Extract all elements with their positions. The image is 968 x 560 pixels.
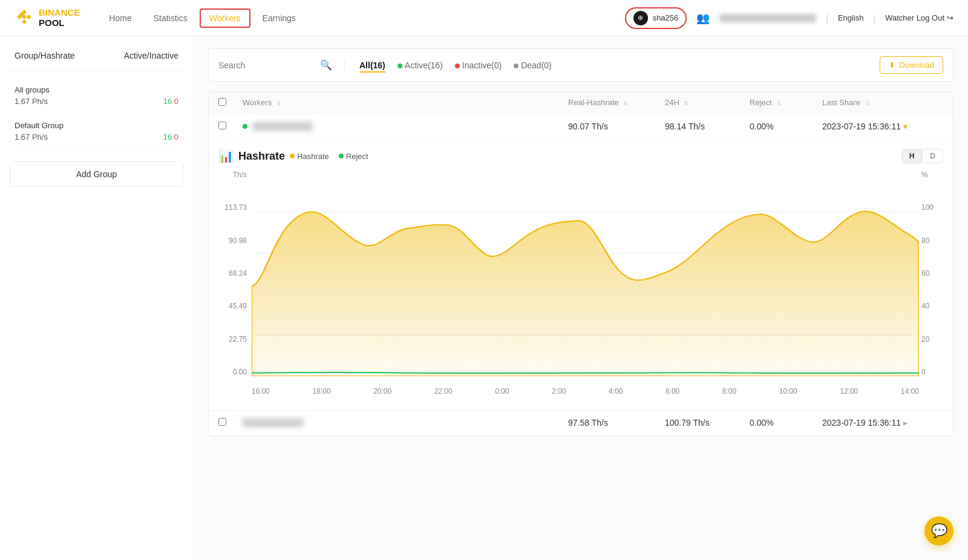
filter-bar: 🔍 All(16) Active(16) Inactive(0) Dead(0): [208, 48, 953, 82]
h24-col-header[interactable]: 24H ⇅: [665, 98, 750, 108]
row2-checkbox[interactable]: [218, 418, 243, 428]
chart-y-axis-right: % 100 80 60 40 20 0: [919, 171, 943, 376]
legend-reject-dot: [339, 154, 344, 158]
chart-title: Hashrate: [238, 150, 285, 163]
tab-inactive[interactable]: Inactive(0): [455, 58, 502, 73]
chart-legend: Hashrate Reject: [290, 152, 368, 161]
group-all-groups[interactable]: All groups 1.67 Ph/s 16/0: [10, 78, 183, 114]
y-right-label-5: 0: [921, 368, 943, 376]
main-nav: Home Statistics Workers Earnings: [99, 8, 624, 28]
y-right-label-3: 40: [921, 302, 943, 310]
row1-reject: 0.00%: [750, 122, 822, 131]
sidebar: Group/Hashrate Active/Inactive All group…: [0, 36, 194, 560]
row1-checkbox-input[interactable]: [218, 122, 226, 129]
last-share-col-header[interactable]: Last Share ⇅: [822, 98, 943, 108]
language-selector[interactable]: English: [838, 13, 864, 22]
chart-icon: 📊: [218, 149, 234, 163]
y-right-label-1: 80: [921, 236, 943, 245]
y-right-label-4: 20: [921, 335, 943, 343]
nav-earnings[interactable]: Earnings: [253, 8, 306, 28]
real-hashrate-col-header[interactable]: Real-Hashrate ⇅: [568, 98, 665, 108]
nav-workers[interactable]: Workers: [200, 8, 250, 28]
download-button[interactable]: ⬇ Download: [880, 56, 943, 74]
y-label-5: 0.00: [218, 368, 247, 376]
nav-statistics[interactable]: Statistics: [144, 8, 197, 28]
add-group-button[interactable]: Add Group: [10, 161, 183, 187]
toggle-d-button[interactable]: D: [922, 149, 943, 163]
y-label-ths: Th/s: [218, 171, 247, 179]
x-label-2: 20:00: [373, 387, 391, 396]
search-box: 🔍: [218, 59, 345, 71]
chat-fab-button[interactable]: 💬: [924, 516, 953, 545]
x-label-4: 0:00: [495, 387, 509, 396]
search-icon[interactable]: 🔍: [320, 59, 332, 71]
row1-real-hashrate: 90.07 Th/s: [568, 122, 665, 131]
row1-worker-name: [243, 122, 568, 131]
sidebar-col2-label: Active/Inactive: [124, 51, 178, 60]
row2-expand-icon[interactable]: ▸: [903, 418, 908, 428]
x-label-10: 12:00: [840, 387, 858, 396]
filter-left: 🔍 All(16) Active(16) Inactive(0) Dead(0): [218, 58, 552, 73]
table-header: Workers ⇅ Real-Hashrate ⇅ 24H ⇅ Reject ⇅…: [209, 92, 953, 114]
chart-x-axis: 16:00 18:00 20:00 22:00 0:00 2:00 4:00 6…: [252, 382, 919, 400]
table-row[interactable]: 90.07 Th/s 98.14 Th/s 0.00% 2023-07-19 1…: [209, 114, 953, 139]
svg-marker-5: [22, 19, 27, 24]
row2-last-share: 2023-07-19 15:36:11 ▸: [822, 418, 943, 428]
legend-reject: Reject: [339, 152, 368, 161]
row2-real-hashrate: 97.58 Th/s: [568, 418, 665, 428]
y-label-4: 22.75: [218, 335, 247, 343]
chat-icon: 💬: [931, 523, 947, 539]
tab-active[interactable]: Active(16): [397, 58, 443, 73]
dead-dot: [514, 63, 518, 68]
users-icon[interactable]: 👥: [696, 11, 710, 25]
row2-h24: 100.79 Th/s: [665, 418, 750, 428]
download-icon: ⬇: [889, 60, 895, 70]
last-share-sort-icon: ⇅: [865, 100, 870, 106]
legend-hashrate: Hashrate: [290, 152, 329, 161]
group-default[interactable]: Default Group 1.67 Ph/s 16/0: [10, 114, 183, 149]
group-hashrate-value: 1.67 Ph/s: [15, 132, 48, 142]
row1-expand-icon[interactable]: ▾: [903, 122, 908, 131]
x-label-8: 8:00: [722, 387, 736, 396]
search-input[interactable]: [218, 60, 315, 70]
h24-sort-icon: ⇅: [684, 100, 688, 106]
x-label-6: 4:00: [609, 387, 623, 396]
tab-dead[interactable]: Dead(0): [514, 58, 552, 73]
group-name: Default Group: [15, 121, 178, 130]
tab-all[interactable]: All(16): [359, 58, 385, 73]
row2-reject: 0.00%: [750, 418, 822, 428]
group-hashrate-value: 1.67 Ph/s: [15, 97, 48, 106]
reject-col-header[interactable]: Reject ⇅: [750, 98, 822, 108]
table-row-2[interactable]: 97.58 Th/s 100.79 Th/s 0.00% 2023-07-19 …: [209, 410, 953, 435]
nav-home[interactable]: Home: [99, 8, 141, 28]
lang-divider2: |: [874, 13, 876, 23]
row1-h24: 98.14 Th/s: [665, 122, 750, 131]
page-layout: Group/Hashrate Active/Inactive All group…: [0, 36, 968, 560]
y-right-label-2: 60: [921, 269, 943, 278]
account-id-blurred: [719, 14, 816, 22]
row1-checkbox[interactable]: [218, 122, 243, 131]
reject-sort-icon: ⇅: [776, 100, 781, 106]
x-label-11: 14:00: [901, 387, 919, 396]
sidebar-col1-label: Group/Hashrate: [15, 51, 75, 60]
logo[interactable]: BINANCEPOOL: [15, 8, 80, 28]
binance-logo-icon: [15, 8, 34, 28]
chart-title-area: 📊 Hashrate Hashrate Reject: [218, 149, 368, 163]
logout-button[interactable]: Watcher Log Out ↪: [885, 13, 953, 22]
avatar: ⊕: [633, 11, 648, 25]
workers-col-header[interactable]: Workers ⇅: [243, 98, 568, 108]
toggle-h-button[interactable]: H: [901, 149, 923, 163]
row2-worker-name: [243, 418, 568, 427]
row2-checkbox-input[interactable]: [218, 418, 226, 426]
chart-area: [252, 171, 919, 376]
sidebar-column-headers: Group/Hashrate Active/Inactive: [10, 51, 183, 71]
inactive-dot: [455, 63, 460, 68]
x-label-7: 6:00: [666, 387, 679, 396]
account-pill[interactable]: ⊕ sha256: [625, 7, 687, 29]
checkbox-col-header: [218, 98, 243, 108]
select-all-checkbox[interactable]: [218, 98, 226, 106]
y-label-1: 90.98: [218, 236, 247, 245]
y-label-2: 68.24: [218, 269, 247, 278]
x-label-0: 16:00: [252, 387, 270, 396]
x-label-5: 2:00: [552, 387, 566, 396]
